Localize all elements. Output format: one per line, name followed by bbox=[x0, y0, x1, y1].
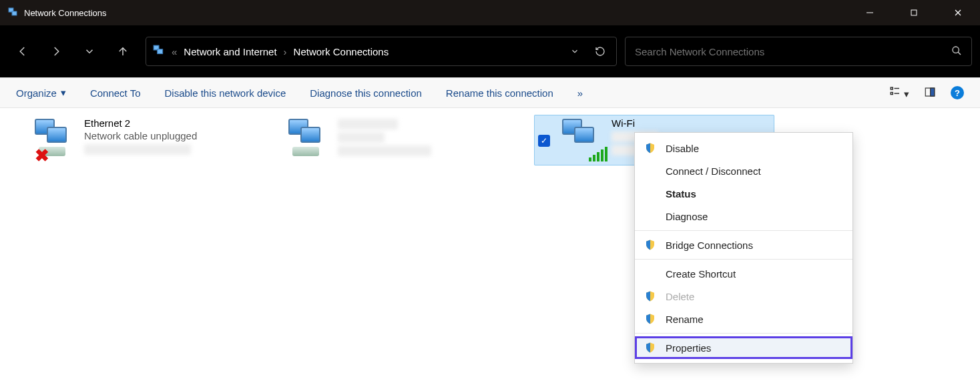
ctx-rename[interactable]: Rename bbox=[635, 308, 852, 330]
adapter-item-redacted[interactable] bbox=[280, 115, 521, 165]
adapter-name: Wi-Fi bbox=[611, 117, 658, 129]
title-bar: Network Connections bbox=[0, 0, 980, 25]
adapter-icon bbox=[557, 117, 605, 163]
forward-button[interactable] bbox=[41, 37, 71, 66]
search-input[interactable] bbox=[635, 46, 951, 57]
command-overflow-button[interactable]: » bbox=[577, 87, 583, 99]
help-button[interactable]: ? bbox=[951, 86, 964, 99]
chevron-down-icon: ▾ bbox=[61, 87, 66, 99]
shield-icon bbox=[644, 313, 656, 325]
svg-rect-7 bbox=[158, 49, 163, 53]
adapter-name: Ethernet 2 bbox=[84, 117, 197, 129]
ctx-diagnose[interactable]: Diagnose bbox=[635, 205, 852, 228]
recent-locations-button[interactable] bbox=[75, 37, 104, 66]
ctx-delete: Delete bbox=[635, 285, 852, 308]
search-box[interactable] bbox=[625, 37, 972, 66]
adapter-name-redacted bbox=[338, 119, 398, 129]
disable-device-button[interactable]: Disable this network device bbox=[164, 87, 286, 99]
adapter-icon: ✖ bbox=[29, 117, 77, 163]
breadcrumb-item[interactable]: Network Connections bbox=[294, 46, 389, 57]
preview-pane-button[interactable] bbox=[924, 86, 936, 100]
close-button[interactable] bbox=[936, 0, 980, 25]
address-bar[interactable]: « Network and Internet › Network Connect… bbox=[146, 37, 617, 66]
connect-to-button[interactable]: Connect To bbox=[90, 87, 141, 99]
breadcrumb-separator: › bbox=[284, 46, 287, 57]
ctx-separator bbox=[635, 259, 852, 260]
ctx-separator bbox=[635, 333, 852, 334]
shield-icon bbox=[644, 142, 656, 154]
wifi-signal-icon bbox=[589, 147, 607, 161]
svg-rect-3 bbox=[911, 10, 917, 15]
breadcrumb-overflow[interactable]: « bbox=[172, 46, 177, 57]
maximize-button[interactable] bbox=[892, 0, 936, 25]
svg-line-9 bbox=[958, 52, 961, 55]
svg-rect-11 bbox=[891, 93, 893, 95]
minimize-button[interactable] bbox=[848, 0, 892, 25]
adapter-icon bbox=[283, 117, 331, 163]
search-icon[interactable] bbox=[951, 45, 962, 58]
ctx-separator bbox=[635, 230, 852, 231]
svg-rect-16 bbox=[931, 88, 935, 96]
selected-check-icon: ✓ bbox=[538, 135, 550, 147]
unplugged-icon: ✖ bbox=[35, 145, 49, 166]
command-bar: Organize ▾ Connect To Disable this netwo… bbox=[0, 77, 980, 108]
ctx-disable[interactable]: Disable bbox=[635, 137, 852, 159]
diagnose-connection-button[interactable]: Diagnose this connection bbox=[310, 87, 422, 99]
svg-point-8 bbox=[953, 47, 959, 53]
breadcrumb-item[interactable]: Network and Internet bbox=[184, 46, 276, 57]
adapter-status: Network cable unplugged bbox=[84, 130, 197, 141]
svg-rect-10 bbox=[891, 87, 893, 89]
adapter-device-name-redacted bbox=[84, 144, 191, 155]
ctx-create-shortcut[interactable]: Create Shortcut bbox=[635, 262, 852, 285]
location-icon bbox=[153, 45, 165, 59]
adapter-item-ethernet2[interactable]: ✖ Ethernet 2 Network cable unplugged bbox=[27, 115, 267, 165]
view-options-button[interactable]: ▾ bbox=[889, 85, 909, 100]
address-dropdown-button[interactable] bbox=[565, 42, 584, 61]
shield-icon bbox=[644, 290, 656, 302]
shield-icon bbox=[644, 239, 656, 251]
svg-rect-1 bbox=[12, 11, 17, 15]
organize-menu[interactable]: Organize ▾ bbox=[16, 87, 66, 99]
adapter-status-redacted bbox=[338, 132, 385, 143]
ctx-properties[interactable]: Properties bbox=[635, 336, 852, 359]
ctx-connect-disconnect[interactable]: Connect / Disconnect bbox=[635, 159, 852, 182]
ctx-status[interactable]: Status bbox=[635, 182, 852, 205]
up-button[interactable] bbox=[108, 37, 138, 66]
shield-icon bbox=[644, 342, 656, 354]
context-menu: Disable Connect / Disconnect Status Diag… bbox=[634, 132, 853, 364]
app-icon bbox=[8, 7, 19, 18]
ctx-bridge-connections[interactable]: Bridge Connections bbox=[635, 234, 852, 256]
adapter-device-name-redacted bbox=[338, 145, 431, 156]
back-button[interactable] bbox=[8, 37, 37, 66]
rename-connection-button[interactable]: Rename this connection bbox=[446, 87, 553, 99]
window-title: Network Connections bbox=[24, 8, 107, 18]
refresh-button[interactable] bbox=[591, 42, 609, 61]
nav-row: « Network and Internet › Network Connect… bbox=[0, 25, 980, 77]
main-content: ✖ Ethernet 2 Network cable unplugged ✓ bbox=[0, 108, 980, 383]
